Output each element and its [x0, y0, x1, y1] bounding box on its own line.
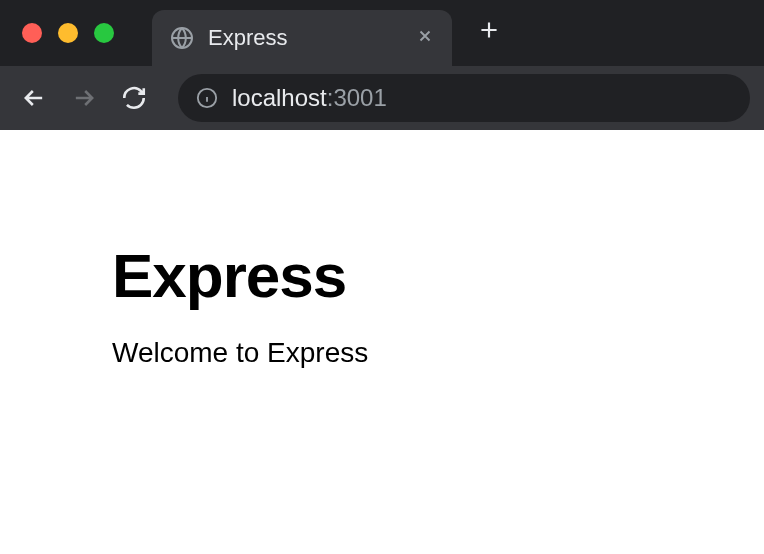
window-controls	[22, 23, 114, 43]
tab-bar: Express	[0, 0, 764, 66]
window-maximize-button[interactable]	[94, 23, 114, 43]
window-minimize-button[interactable]	[58, 23, 78, 43]
new-tab-button[interactable]	[476, 16, 502, 50]
toolbar: localhost:3001	[0, 66, 764, 130]
back-button[interactable]	[14, 78, 54, 118]
browser-tab[interactable]: Express	[152, 10, 452, 66]
url-text: localhost:3001	[232, 84, 387, 112]
browser-chrome: Express	[0, 0, 764, 130]
page-content: Express Welcome to Express	[0, 130, 764, 369]
globe-icon	[170, 26, 194, 50]
window-close-button[interactable]	[22, 23, 42, 43]
site-info-icon[interactable]	[196, 87, 218, 109]
url-host: localhost	[232, 84, 327, 111]
tab-title: Express	[208, 25, 402, 51]
url-port: :3001	[327, 84, 387, 111]
forward-button[interactable]	[64, 78, 104, 118]
page-paragraph: Welcome to Express	[112, 337, 764, 369]
address-bar[interactable]: localhost:3001	[178, 74, 750, 122]
reload-button[interactable]	[114, 78, 154, 118]
page-heading: Express	[112, 240, 764, 311]
close-tab-icon[interactable]	[416, 25, 434, 51]
